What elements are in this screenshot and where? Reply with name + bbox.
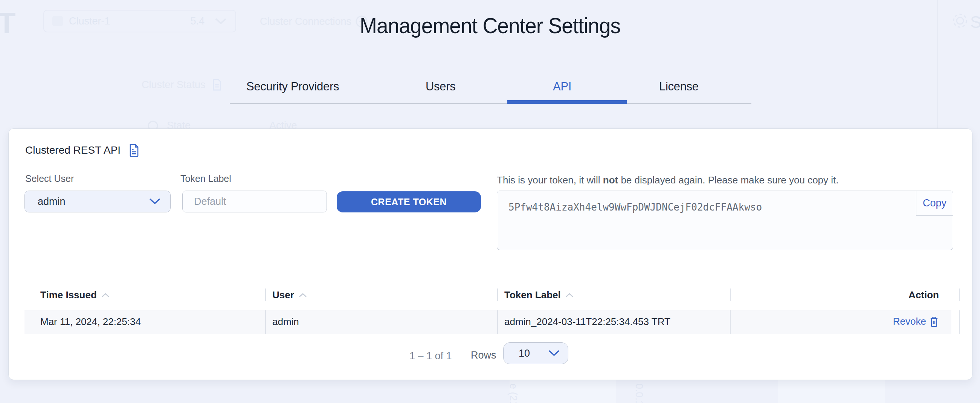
rows-per-page-dropdown[interactable]: 10 bbox=[503, 342, 568, 364]
revoke-button[interactable]: Revoke bbox=[893, 315, 939, 327]
select-user-value: admin bbox=[38, 196, 65, 207]
column-divider bbox=[730, 288, 731, 301]
chevron-down-icon bbox=[548, 350, 560, 357]
faded-column-band bbox=[509, 379, 616, 403]
select-user-dropdown[interactable]: admin bbox=[24, 191, 170, 212]
token-notice: This is your token, it will not be displ… bbox=[497, 174, 839, 186]
management-center-settings-screen: T Cluster-1 5.4 Cluster Connections Clus… bbox=[0, 0, 980, 403]
sort-caret-icon[interactable] bbox=[565, 293, 574, 298]
tab-users[interactable]: Users bbox=[426, 80, 455, 93]
column-header-action: Action bbox=[908, 289, 939, 301]
create-token-button[interactable]: CREATE TOKEN bbox=[337, 191, 481, 212]
faded-column-band bbox=[778, 379, 885, 403]
select-user-label: Select User bbox=[25, 173, 74, 184]
token-value: 5Pfw4t8AizaXh4elw9WwFpDWJDNCejF02dcFFAAk… bbox=[509, 202, 762, 213]
column-divider bbox=[497, 311, 498, 334]
sort-caret-icon[interactable] bbox=[101, 293, 110, 298]
sort-caret-icon[interactable] bbox=[299, 293, 307, 298]
cell-user: admin bbox=[272, 316, 299, 328]
trash-icon bbox=[929, 316, 939, 327]
faded-right-letter: S bbox=[970, 13, 980, 32]
column-divider bbox=[265, 288, 266, 301]
api-settings-card: Clustered REST API Select User Token Lab… bbox=[8, 128, 972, 380]
copy-button[interactable]: Copy bbox=[916, 191, 953, 216]
column-header-time-issued[interactable]: Time Issued bbox=[40, 289, 110, 301]
chevron-down-icon bbox=[149, 198, 161, 205]
section-header: Clustered REST API bbox=[25, 143, 140, 158]
tab-license[interactable]: License bbox=[659, 80, 698, 93]
docs-icon[interactable] bbox=[128, 143, 140, 158]
tab-api[interactable]: API bbox=[553, 80, 571, 93]
rows-per-page-value: 10 bbox=[519, 348, 530, 359]
table-header: Time Issued User Token Label Action bbox=[24, 287, 951, 304]
faded-rotated-text: e (21 bbox=[508, 384, 519, 403]
page-title: Management Center Settings bbox=[24, 13, 956, 38]
token-label-input[interactable] bbox=[182, 191, 327, 212]
cell-time-issued: Mar 11, 2024, 22:25:34 bbox=[40, 316, 141, 328]
token-display-box: 5Pfw4t8AizaXh4elw9WwFpDWJDNCejF02dcFFAAk… bbox=[497, 191, 953, 250]
column-divider bbox=[265, 311, 266, 334]
column-divider bbox=[497, 288, 498, 301]
pagination-range: 1 – 1 of 1 bbox=[409, 350, 452, 362]
section-title: Clustered REST API bbox=[25, 144, 121, 156]
column-divider bbox=[959, 288, 960, 301]
faded-rotated-text: 0.0.1 bbox=[633, 384, 645, 403]
column-header-token-label[interactable]: Token Label bbox=[504, 289, 574, 301]
document-icon bbox=[212, 78, 222, 91]
faded-cluster-status: Cluster Status bbox=[142, 78, 222, 91]
tab-api-active-indicator bbox=[508, 100, 627, 104]
token-label-label: Token Label bbox=[180, 173, 231, 184]
faded-logo-letter: T bbox=[0, 6, 16, 40]
tabs-underline bbox=[230, 103, 751, 104]
column-header-user[interactable]: User bbox=[272, 289, 307, 301]
tab-security-providers[interactable]: Security Providers bbox=[246, 80, 339, 93]
column-divider bbox=[959, 311, 960, 334]
column-divider bbox=[730, 311, 731, 334]
table-row: Mar 11, 2024, 22:25:34 admin admin_2024-… bbox=[24, 310, 951, 334]
pagination-rows-label: Rows bbox=[471, 349, 496, 361]
cell-token-label: admin_2024-03-11T22:25:34.453 TRT bbox=[504, 316, 670, 328]
